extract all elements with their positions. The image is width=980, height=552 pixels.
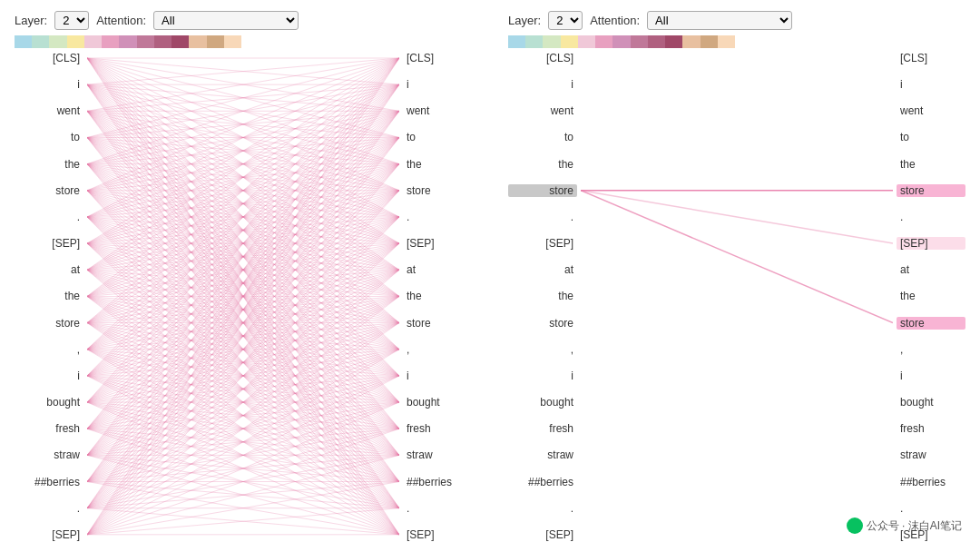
color-swatch: [508, 35, 525, 48]
layer-label: Layer:: [15, 14, 47, 27]
token-right: ##berries: [403, 476, 472, 488]
controls-1: Layer:2Attention:All: [508, 11, 965, 30]
watermark: 公众号 · 沫白AI笔记: [847, 518, 962, 534]
token-right: the: [403, 290, 472, 302]
token-left: .: [15, 211, 83, 223]
color-swatch: [224, 35, 241, 48]
token-left: i: [15, 370, 83, 382]
token-left: [SEP]: [15, 237, 83, 250]
color-swatch: [612, 35, 630, 48]
token-right: straw: [403, 448, 472, 461]
token-right: .: [403, 211, 472, 223]
token-left: .: [15, 502, 83, 515]
token-right: i: [897, 78, 965, 91]
token-right: i: [897, 370, 965, 382]
color-swatch: [67, 35, 84, 48]
token-right: to: [897, 131, 965, 143]
color-swatch: [665, 35, 682, 48]
token-right: ,: [403, 343, 472, 356]
token-left: the: [508, 290, 577, 302]
token-right: the: [897, 158, 965, 171]
color-swatch: [561, 35, 578, 48]
color-swatch: [543, 35, 560, 48]
token-right: ,: [897, 343, 965, 356]
token-left: to: [15, 131, 83, 143]
token-right: went: [897, 104, 965, 117]
color-swatch: [84, 35, 102, 48]
color-swatch: [119, 35, 136, 48]
layer-label: Layer:: [508, 14, 541, 27]
svg-container: [87, 52, 399, 541]
token-left: to: [508, 131, 577, 143]
token-left: [CLS]: [508, 52, 577, 64]
token-left: ,: [15, 343, 83, 356]
color-bar: [508, 35, 735, 48]
token-right: store: [403, 317, 472, 330]
token-right: [SEP]: [403, 237, 472, 250]
attention-line: [581, 191, 893, 323]
token-left: store: [508, 317, 577, 330]
token-left: fresh: [508, 422, 577, 435]
svg-container: [581, 52, 893, 541]
attention-svg: [581, 52, 893, 541]
token-left: ##berries: [508, 476, 577, 488]
attention-select[interactable]: All: [153, 11, 299, 30]
token-list-right: [CLS]iwenttothestore.[SEP]atthestore,ibo…: [399, 52, 472, 541]
token-left: fresh: [15, 422, 83, 435]
attention-select[interactable]: All: [647, 11, 792, 30]
attention-svg: [87, 52, 399, 541]
color-swatch: [648, 35, 665, 48]
color-swatch: [631, 35, 648, 48]
color-swatch: [718, 35, 735, 48]
attention-viz-1: [CLS]iwenttothestore.[SEP]atthestore,ibo…: [508, 52, 965, 541]
color-swatch: [207, 35, 224, 48]
layer-select[interactable]: 2: [548, 11, 583, 30]
token-right: straw: [897, 448, 965, 461]
token-right: .: [403, 502, 472, 515]
color-swatch: [137, 35, 154, 48]
color-swatch: [525, 35, 543, 48]
token-left: straw: [508, 448, 577, 461]
token-left: i: [508, 370, 577, 382]
token-right: store: [897, 317, 965, 330]
watermark-text: 公众号 · 沫白AI笔记: [867, 518, 962, 534]
token-left: went: [15, 104, 83, 117]
token-left: store: [508, 184, 577, 197]
color-swatch: [701, 35, 718, 48]
token-right: store: [403, 184, 472, 197]
token-list-right: [CLS]iwenttothestore.[SEP]atthestore,ibo…: [893, 52, 965, 541]
color-swatch: [15, 35, 32, 48]
token-right: bought: [403, 396, 472, 409]
layer-select[interactable]: 2: [54, 11, 89, 30]
token-right: fresh: [403, 422, 472, 435]
color-swatch: [154, 35, 172, 48]
token-left: [SEP]: [508, 528, 577, 541]
token-left: .: [508, 211, 577, 223]
token-left: bought: [15, 396, 83, 409]
token-left: [CLS]: [15, 52, 83, 64]
token-right: at: [403, 263, 472, 276]
token-right: [SEP]: [897, 237, 965, 250]
token-left: .: [508, 502, 577, 515]
token-right: i: [403, 370, 472, 382]
token-left: i: [15, 78, 83, 91]
attention-label: Attention:: [96, 14, 146, 27]
token-right: ##berries: [897, 476, 965, 488]
token-left: [SEP]: [15, 528, 83, 541]
token-left: store: [15, 184, 83, 197]
token-right: [SEP]: [403, 528, 472, 541]
token-right: at: [897, 263, 965, 276]
token-right: the: [897, 290, 965, 302]
token-right: [CLS]: [897, 52, 965, 64]
token-left: [SEP]: [508, 237, 577, 250]
token-right: to: [403, 131, 472, 143]
color-swatch: [578, 35, 595, 48]
color-swatch: [189, 35, 206, 48]
token-right: i: [403, 78, 472, 91]
token-left: at: [15, 263, 83, 276]
token-left: ,: [508, 343, 577, 356]
token-left: bought: [508, 396, 577, 409]
token-left: i: [508, 78, 577, 91]
attention-line: [581, 191, 893, 243]
panel-0: Layer:2Attention:All[CLS]iwenttothestore…: [15, 11, 472, 541]
